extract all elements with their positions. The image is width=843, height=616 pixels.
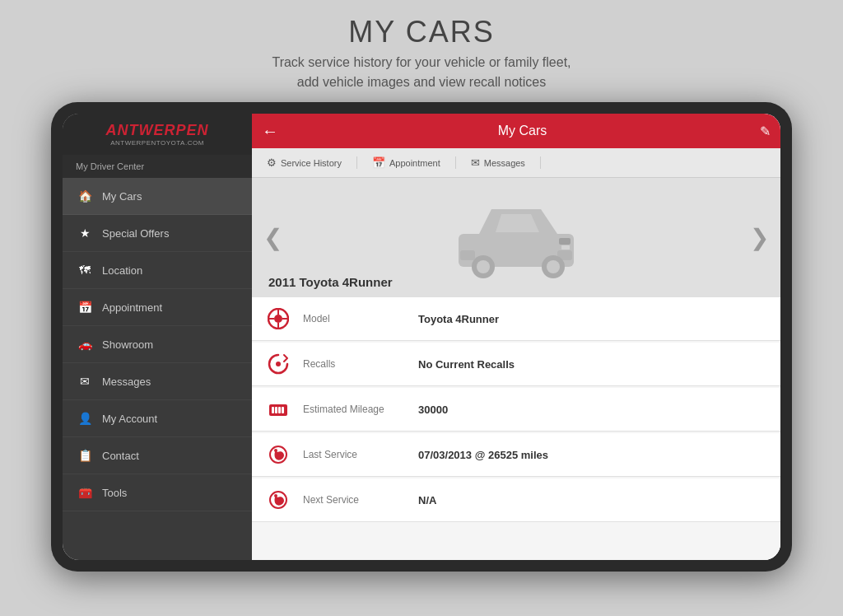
- svg-point-4: [547, 260, 560, 273]
- tabs-bar: ⚙ Service History 📅 Appointment ✉ Messag…: [252, 148, 780, 178]
- messages-tab-label: Messages: [484, 158, 525, 168]
- detail-row-recalls: Recalls No Current Recalls: [252, 343, 780, 386]
- car-name: 2011 Toyota 4Runner: [268, 275, 393, 289]
- recalls-icon: [265, 351, 291, 377]
- last-service-value: 07/03/2013 @ 26525 miles: [418, 449, 548, 461]
- car-image: [442, 193, 590, 283]
- service-history-tab-label: Service History: [281, 158, 342, 168]
- sidebar-label-special-offers: Special Offers: [102, 227, 169, 240]
- mileage-label: Estimated Mileage: [303, 404, 418, 415]
- service-history-tab-icon: ⚙: [267, 156, 277, 169]
- svg-point-10: [274, 315, 282, 323]
- sidebar-item-showroom[interactable]: 🚗 Showroom: [63, 326, 252, 363]
- svg-rect-2: [460, 250, 475, 260]
- contact-icon: 📋: [76, 446, 94, 464]
- sidebar-label-tools: Tools: [102, 487, 127, 499]
- detail-section: Model Toyota 4Runner Recalls No Current …: [252, 297, 780, 560]
- sidebar-item-tools[interactable]: 🧰 Tools: [63, 474, 252, 511]
- svg-rect-8: [561, 245, 570, 250]
- next-service-label: Next Service: [303, 494, 418, 506]
- main-header-title: My Cars: [285, 124, 760, 138]
- last-service-label: Last Service: [303, 449, 418, 460]
- logo-name: ANTWERPEN: [76, 122, 239, 139]
- model-icon: [265, 306, 291, 332]
- sidebar-item-location[interactable]: 🗺 Location: [63, 252, 252, 289]
- next-service-icon: [265, 487, 291, 513]
- edit-button[interactable]: ✎: [760, 124, 771, 139]
- sidebar-nav: 🏠 My Cars ★ Special Offers 🗺 Location 📅 …: [63, 178, 252, 560]
- sidebar-label-my-account: My Account: [102, 413, 157, 425]
- page-subtitle: Track service history for your vehicle o…: [272, 53, 571, 92]
- special-offers-icon: ★: [76, 224, 94, 242]
- svg-rect-18: [275, 407, 277, 413]
- svg-point-24: [274, 494, 277, 497]
- model-label: Model: [303, 313, 418, 324]
- detail-row-next-service: Next Service N/A: [252, 478, 780, 522]
- my-account-icon: 👤: [76, 409, 94, 427]
- recalls-value: No Current Recalls: [418, 358, 515, 371]
- tablet-screen: ANTWERPEN ANTWERPENTOYOTA.COM My Driver …: [63, 114, 780, 560]
- driver-center-label: My Driver Center: [63, 155, 252, 178]
- sidebar-item-my-account[interactable]: 👤 My Account: [63, 400, 252, 437]
- detail-row-mileage: Estimated Mileage 30000: [252, 388, 780, 432]
- svg-point-6: [477, 260, 490, 273]
- messages-tab-icon: ✉: [471, 156, 480, 169]
- sidebar-label-my-cars: My Cars: [102, 190, 142, 203]
- messages-icon: ✉: [76, 372, 94, 390]
- sidebar-logo: ANTWERPEN ANTWERPENTOYOTA.COM: [63, 114, 252, 155]
- recalls-label: Recalls: [303, 358, 418, 370]
- location-icon: 🗺: [76, 261, 94, 279]
- svg-rect-7: [559, 238, 571, 245]
- showroom-icon: 🚗: [76, 335, 94, 353]
- my-cars-icon: 🏠: [76, 187, 94, 205]
- page-header: MY CARS Track service history for your v…: [272, 0, 571, 102]
- last-service-icon: [265, 441, 291, 468]
- sidebar-item-my-cars[interactable]: 🏠 My Cars: [63, 178, 252, 215]
- sidebar-label-appointment: Appointment: [102, 301, 162, 314]
- car-display: ❮: [252, 178, 780, 297]
- next-service-value: N/A: [418, 494, 436, 506]
- sidebar-item-appointment[interactable]: 📅 Appointment: [63, 289, 252, 326]
- detail-row-last-service: Last Service 07/03/2013 @ 26525 miles: [252, 433, 780, 477]
- model-value: Toyota 4Runner: [418, 313, 499, 325]
- svg-point-15: [276, 362, 281, 366]
- appointment-tab-icon: 📅: [372, 156, 385, 169]
- back-button[interactable]: ←: [262, 122, 278, 141]
- main-content: ← My Cars ✎ ⚙ Service History 📅 Appointm…: [252, 114, 780, 560]
- car-prev-button[interactable]: ❮: [263, 224, 282, 251]
- main-header: ← My Cars ✎: [252, 114, 780, 148]
- tab-messages[interactable]: ✉ Messages: [456, 156, 541, 169]
- svg-rect-19: [278, 407, 281, 413]
- mileage-icon: [265, 396, 291, 422]
- tab-service-history[interactable]: ⚙ Service History: [252, 156, 357, 169]
- mileage-value: 30000: [418, 404, 448, 416]
- tools-icon: 🧰: [76, 483, 94, 502]
- sidebar-label-messages: Messages: [102, 376, 151, 388]
- appointment-icon: 📅: [76, 298, 94, 316]
- tablet-frame: ANTWERPEN ANTWERPENTOYOTA.COM My Driver …: [51, 102, 792, 572]
- page-title: MY CARS: [272, 15, 571, 49]
- sidebar-label-location: Location: [102, 264, 142, 277]
- sidebar: ANTWERPEN ANTWERPENTOYOTA.COM My Driver …: [63, 114, 252, 560]
- tab-appointment[interactable]: 📅 Appointment: [357, 156, 456, 169]
- svg-rect-20: [282, 407, 284, 413]
- appointment-tab-label: Appointment: [389, 158, 440, 168]
- logo-sub: ANTWERPENTOYOTA.COM: [76, 139, 239, 147]
- sidebar-item-messages[interactable]: ✉ Messages: [63, 363, 252, 400]
- sidebar-label-showroom: Showroom: [102, 338, 153, 351]
- svg-rect-17: [272, 407, 274, 413]
- sidebar-item-contact[interactable]: 📋 Contact: [63, 437, 252, 474]
- detail-row-model: Model Toyota 4Runner: [252, 297, 780, 341]
- car-next-button[interactable]: ❯: [750, 224, 769, 251]
- sidebar-item-special-offers[interactable]: ★ Special Offers: [63, 215, 252, 252]
- svg-point-22: [274, 449, 277, 452]
- sidebar-label-contact: Contact: [102, 450, 139, 462]
